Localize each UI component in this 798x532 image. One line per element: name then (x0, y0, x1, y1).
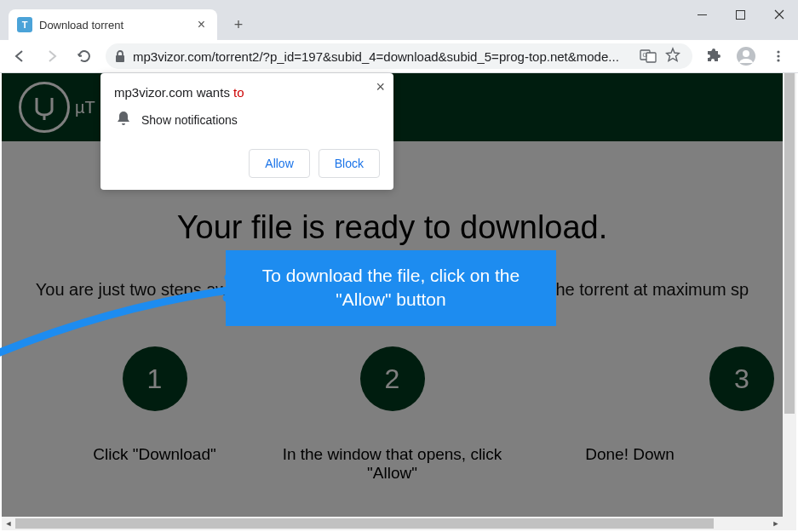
reload-button[interactable] (70, 42, 99, 71)
svg-text:G: G (643, 52, 647, 58)
horizontal-scrollbar[interactable]: ◄ ► (2, 517, 783, 530)
lock-icon (114, 49, 128, 63)
tab-strip: T Download torrent × + (0, 0, 798, 40)
bookmark-star-icon[interactable] (662, 47, 684, 66)
scrollbar-corner (783, 517, 796, 530)
bell-icon (116, 110, 131, 130)
minimize-button[interactable] (683, 2, 721, 27)
allow-button[interactable]: Allow (249, 149, 309, 178)
forward-button[interactable] (37, 42, 66, 71)
popup-close-icon[interactable]: × (376, 78, 385, 96)
scrollbar-thumb[interactable] (15, 518, 714, 529)
url-text: mp3vizor.com/torrent2/?p_id=197&subid_4=… (133, 49, 634, 64)
browser-toolbar: mp3vizor.com/torrent2/?p_id=197&subid_4=… (0, 40, 798, 73)
svg-rect-2 (116, 55, 124, 62)
block-button[interactable]: Block (319, 149, 380, 178)
permission-origin-text: mp3vizor.com wants to (114, 85, 380, 100)
svg-point-10 (777, 59, 779, 61)
translate-icon[interactable]: G (640, 49, 657, 64)
new-tab-button[interactable]: + (226, 12, 251, 37)
svg-rect-0 (698, 14, 707, 15)
scrollbar-thumb[interactable] (784, 73, 795, 414)
tab-favicon: T (17, 17, 32, 32)
back-button[interactable] (5, 42, 34, 71)
scroll-right-icon[interactable]: ► (769, 517, 783, 530)
svg-point-7 (743, 50, 749, 57)
maximize-button[interactable] (721, 2, 760, 27)
scroll-left-icon[interactable]: ◄ (2, 517, 15, 530)
address-bar[interactable]: mp3vizor.com/torrent2/?p_id=197&subid_4=… (106, 43, 692, 69)
permission-body-text: Show notifications (141, 113, 238, 127)
svg-point-9 (777, 54, 779, 57)
notification-permission-popup: × mp3vizor.com wants to Show notificatio… (100, 73, 393, 190)
browser-tab[interactable]: T Download torrent × (9, 9, 217, 40)
menu-icon[interactable] (764, 42, 793, 71)
tab-close-icon[interactable]: × (194, 15, 209, 34)
svg-rect-1 (737, 10, 745, 19)
extensions-icon[interactable] (699, 42, 728, 71)
tab-title: Download torrent (39, 19, 187, 31)
profile-avatar-icon[interactable] (732, 42, 761, 71)
svg-point-8 (777, 50, 779, 53)
vertical-scrollbar[interactable] (783, 73, 796, 517)
svg-rect-4 (646, 53, 656, 62)
close-window-button[interactable] (760, 2, 798, 27)
instruction-tooltip: To download the file, click on the "Allo… (226, 250, 556, 326)
